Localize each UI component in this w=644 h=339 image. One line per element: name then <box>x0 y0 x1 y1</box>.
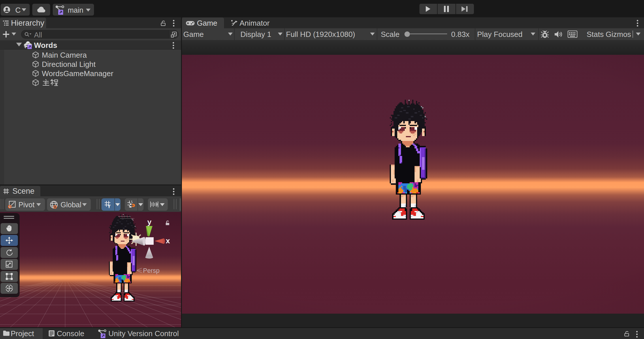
svg-text:Y: Y <box>108 204 111 208</box>
